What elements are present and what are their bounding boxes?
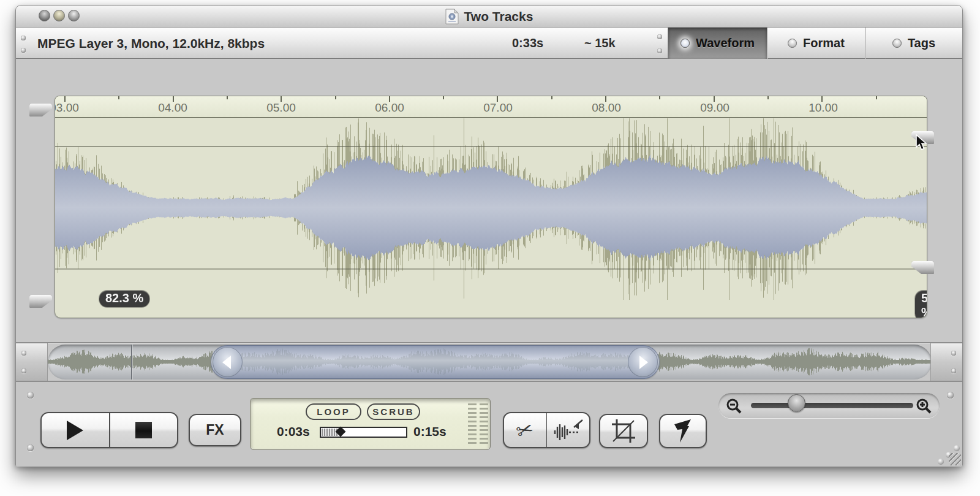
zoom-slider [718,393,940,418]
screw [954,445,960,451]
screw [21,368,26,373]
stop-button[interactable] [110,413,178,447]
screw [21,36,26,40]
radio-selected-icon [680,39,690,48]
screw [657,48,662,53]
ruler-tick [335,96,336,99]
crop-icon [611,418,636,444]
current-time: 0:03s [277,424,310,439]
fade-out-percent-badge: 54.7 % [915,291,927,318]
ruler-tick [876,96,877,99]
document-icon [445,9,459,25]
ruler-tick [443,96,444,99]
zoom-slider-knob[interactable] [788,394,805,412]
tab-waveform[interactable]: Waveform [668,28,767,59]
time-ruler: 03.0004.0005.0006.0007.0008.0009.0010.00 [55,96,927,118]
screw [947,392,954,399]
zoom-out-icon[interactable] [726,398,742,414]
ruler-tick [497,96,498,102]
ruler-tick [714,96,715,102]
ruler-tick [551,96,552,99]
end-time: 0:15s [413,424,447,439]
fade-in-percent-badge: 82.3 % [99,291,149,307]
ruler-label: 07.00 [483,101,513,115]
screw [21,48,26,53]
screw [657,34,662,39]
ruler-tick [389,96,390,102]
fade-in-top-handle[interactable] [29,104,52,116]
ruler-label: 10.00 [809,101,838,115]
window-title: Two Tracks [464,9,533,24]
control-deck: FX LOOP SCRUB 0:03s 0:15s ✂ [16,382,962,467]
ruler-tick [605,96,606,102]
zoom-in-icon[interactable] [916,398,932,414]
ruler-label: 05.00 [266,101,296,115]
ruler-label: 08.00 [592,101,621,115]
edit-tools: ✂ [503,412,590,448]
stop-icon [135,422,152,438]
left-triangle-icon [222,356,231,369]
playback-progress-bar[interactable] [320,427,407,438]
ruler-tick [118,96,119,99]
mouse-cursor [915,134,931,154]
toolbar: MPEG Layer 3, Mono, 12.0kHz, 8kbps 0:33s… [16,28,962,59]
overview-left-cap [16,343,48,381]
ruler-tick [227,96,228,99]
overview-right-cap [930,343,962,381]
screw [951,351,956,356]
scrub-button[interactable]: SCRUB [367,403,420,420]
scroll-left-button[interactable] [213,347,243,377]
track-boundary-marker [131,345,132,380]
resize-grip[interactable] [949,453,961,465]
radio-icon [788,39,797,48]
tab-tags[interactable]: Tags [865,28,962,59]
title-bar[interactable]: Two Tracks [16,6,962,28]
ruler-tick [64,96,66,102]
scissors-icon: ✂ [514,418,537,443]
tab-format[interactable]: Format [767,28,865,59]
split-flag-icon [673,418,693,444]
loop-button[interactable]: LOOP [306,403,361,420]
crop-button[interactable] [599,414,648,448]
cut-button[interactable]: ✂ [504,413,546,447]
waveform-display[interactable] [55,118,927,318]
duration-readout: 0:33s [512,28,543,59]
screw [21,351,26,356]
ruler-label: 09.00 [700,101,729,115]
fx-button[interactable]: FX [189,414,241,446]
grill-decoration [480,403,488,445]
silence-button[interactable] [547,413,589,447]
overview-track[interactable] [48,345,932,380]
desktop: Two Tracks MPEG Layer 3, Mono, 12.0kHz, … [0,0,980,496]
transport-buttons [40,412,178,448]
ruler-label: 03.00 [55,101,79,115]
view-tabs: Waveform Format Tags [668,28,962,59]
scroll-right-button[interactable] [628,347,658,377]
ruler-label: 06.00 [375,101,404,115]
filesize-readout: ~ 15k [584,28,616,59]
zoom-slider-track[interactable] [751,403,913,408]
overview-scrollbar [16,343,962,381]
scroll-thumb[interactable] [211,345,660,379]
play-button[interactable] [42,413,109,447]
radio-icon [892,39,902,48]
ruler-tick [767,96,769,99]
ruler-tick [281,96,282,102]
fade-in-bottom-handle[interactable] [29,295,52,308]
ruler-tick [659,96,660,99]
play-icon [67,421,83,440]
split-button[interactable] [659,414,707,448]
format-info: MPEG Layer 3, Mono, 12.0kHz, 8kbps [37,28,265,59]
screw [27,444,34,451]
right-triangle-icon [639,356,648,369]
grill-decoration [468,403,477,445]
lcd-display: LOOP SCRUB 0:03s 0:15s [250,398,491,450]
screw [951,368,956,373]
app-window: Two Tracks MPEG Layer 3, Mono, 12.0kHz, … [15,5,963,466]
waveform-panel: 03.0004.0005.0006.0007.0008.0009.0010.00… [55,96,927,318]
silence-waveform-icon [552,419,584,441]
screw [27,392,34,399]
ruler-label: 04.00 [158,101,187,115]
screw [938,459,944,465]
ruler-tick [173,96,174,102]
